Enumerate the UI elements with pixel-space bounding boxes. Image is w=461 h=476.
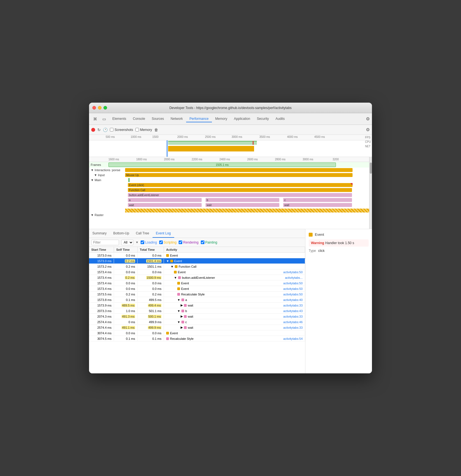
table-row[interactable]: 2574.4 ms 0 ms 499.9 ms ▼ c activitytabs…: [89, 319, 305, 325]
title-bar: Developer Tools - https://googlechrome.g…: [89, 103, 372, 113]
wait-icon: [184, 315, 187, 318]
activity-link[interactable]: activitytabs:54: [283, 337, 303, 340]
cell-total: 0.2 ms: [138, 292, 164, 297]
tab-event-log[interactable]: Event Log: [153, 229, 174, 238]
function-call-row[interactable]: Function Call: [89, 188, 372, 193]
table-row[interactable]: 3074.4 ms 0.0 ms 0.0 ms Event: [89, 330, 305, 336]
record-button[interactable]: [91, 128, 95, 132]
activity-link[interactable]: activitytabs:33: [283, 315, 303, 318]
activity-link[interactable]: activitytabs:50: [283, 282, 303, 285]
filter-all-select[interactable]: All: [121, 240, 133, 245]
settings-icon[interactable]: ⚙: [366, 116, 370, 121]
activity-link[interactable]: activitytabs:46: [283, 320, 303, 324]
mini-chart-area[interactable]: [89, 140, 372, 157]
selection-marker: [167, 140, 168, 157]
table-row[interactable]: 3074.5 ms 0.1 ms 0.1 ms Recalculate Styl…: [89, 336, 305, 341]
rendering-filter[interactable]: Rendering: [179, 240, 198, 244]
table-row[interactable]: 1573.2 ms 0.2 ms 1501.1 ms ▼ Function Ca…: [89, 264, 305, 269]
cell-activity: ▼ b activitytabs:43: [164, 309, 305, 313]
table-row[interactable]: 1573.4 ms 0.0 ms 0.0 ms Event activityta…: [89, 269, 305, 275]
filter-checkboxes: Loading Scripting Rendering Painting: [141, 240, 217, 244]
activity-link[interactable]: activitytabs:33: [283, 326, 303, 329]
cell-self: 0.2 ms: [114, 259, 138, 263]
ruler-4500ms: 4500 ms: [314, 135, 325, 138]
refresh-button[interactable]: ↻: [97, 128, 101, 132]
clear-button[interactable]: 🕐: [103, 128, 108, 132]
activity-label: Event: [178, 270, 186, 274]
ruler-2000ms: 2000 ms: [177, 135, 188, 138]
vertical-scrollbar[interactable]: [369, 157, 372, 229]
activity-link[interactable]: activitytabs:50: [283, 270, 303, 274]
table-row-selected[interactable]: 1573.0 ms 0.2 ms 1501.4 ms ▼ Event: [89, 258, 305, 264]
event-log-panel: Summary Bottom-Up Call Tree Event Log Al…: [89, 229, 305, 373]
loading-checkbox[interactable]: [141, 240, 144, 244]
table-row[interactable]: 2073.3 ms 1.0 ms 501.1 ms ▼ b activityta…: [89, 308, 305, 314]
table-row[interactable]: 2574.4 ms 491.1 ms 499.9 ms ▶ wait activ…: [89, 325, 305, 330]
tab-application[interactable]: Application: [231, 116, 254, 122]
table-row[interactable]: 1573.8 ms 0.1 ms 499.5 ms ▼ a activityta…: [89, 297, 305, 303]
tab-security[interactable]: Security: [254, 116, 272, 122]
table-row[interactable]: 1573.4 ms 0.0 ms 0.0 ms Event activityta…: [89, 280, 305, 286]
flame-chart-area[interactable]: 1600 ms 1800 ms 2000 ms 2200 ms 2400 ms …: [89, 157, 372, 229]
scripting-checkbox[interactable]: [159, 240, 163, 244]
table-row[interactable]: 1573.4 ms 0.2 ms 1500.9 ms ▼ button.addE…: [89, 275, 305, 280]
loading-filter[interactable]: Loading: [141, 240, 157, 244]
event-click-row[interactable]: Event (click): [89, 183, 372, 188]
tab-console[interactable]: Console: [130, 116, 148, 122]
scrollbar-thumb[interactable]: [370, 163, 372, 174]
maximize-button[interactable]: [103, 106, 107, 110]
tab-performance[interactable]: Performance: [186, 116, 212, 122]
tab-memory[interactable]: Memory: [212, 116, 231, 122]
memory-checkbox[interactable]: [135, 128, 139, 131]
cell-total: 0.0 ms: [138, 281, 164, 285]
rendering-checkbox[interactable]: [179, 240, 182, 244]
tab-bottom-up[interactable]: Bottom-Up: [110, 229, 132, 238]
tab-audits[interactable]: Audits: [272, 116, 288, 122]
minimize-button[interactable]: [98, 106, 102, 110]
cell-total: 0.0 ms: [138, 270, 164, 274]
trash-icon[interactable]: 🗑: [154, 128, 158, 132]
table-row[interactable]: 1573.9 ms 489.5 ms 499.4 ms ▶ wait activ…: [89, 303, 305, 308]
activity-link[interactable]: activitytabs...: [285, 276, 303, 279]
data-table[interactable]: Start Time Self Time Total Time Activity…: [89, 247, 305, 373]
activity-link[interactable]: activitytabs:33: [283, 304, 303, 307]
cell-start: 2073.3 ms: [89, 309, 114, 313]
filter-input[interactable]: [91, 240, 119, 245]
col-start-time: Start Time: [89, 247, 114, 252]
tab-summary[interactable]: Summary: [89, 229, 110, 238]
close-button[interactable]: [92, 106, 96, 110]
table-row[interactable]: 1573.5 ms 0.2 ms 0.2 ms Recalculate Styl…: [89, 292, 305, 297]
cell-activity: Event: [164, 253, 305, 258]
activity-link[interactable]: activitytabs:50: [283, 293, 303, 296]
screenshots-checkbox[interactable]: [110, 128, 113, 131]
device-icon[interactable]: ▭: [100, 115, 108, 123]
tab-sources[interactable]: Sources: [148, 116, 167, 122]
activity-link[interactable]: activitytabs:50: [283, 287, 303, 290]
cell-self: 0.0 ms: [114, 287, 138, 291]
table-row[interactable]: 2074.3 ms 491.3 ms 500.1 ms ▶ wait activ…: [89, 314, 305, 319]
activity-link[interactable]: activitytabs:43: [283, 309, 303, 313]
button-addeventlistener-row[interactable]: button.addEventListener: [89, 193, 372, 198]
table-row[interactable]: 1573.4 ms 0.0 ms 0.0 ms Event activityta…: [89, 286, 305, 292]
table-row[interactable]: 1573.0 ms 0.0 ms 0.0 ms Event: [89, 253, 305, 258]
input-row: ▼ Input Mouse Up: [89, 173, 372, 178]
rec-settings-icon[interactable]: ⚙: [366, 127, 370, 132]
abc-row[interactable]: a b c: [89, 198, 372, 202]
wait-row[interactable]: wait wait wait: [89, 202, 372, 207]
tab-bar: Elements Console Sources Network Perform…: [109, 116, 288, 122]
painting-checkbox[interactable]: [201, 240, 204, 244]
activity-link[interactable]: activitytabs:40: [283, 298, 303, 302]
tab-elements[interactable]: Elements: [109, 116, 130, 122]
painting-filter[interactable]: Painting: [201, 240, 217, 244]
cell-activity: ▶ wait activitytabs:33: [164, 325, 305, 330]
tab-call-tree[interactable]: Call Tree: [133, 229, 153, 238]
cursor-icon[interactable]: ⌘: [91, 115, 99, 123]
ruler-3500ms: 3500 ms: [259, 135, 270, 138]
timeline-overview[interactable]: 500 ms 1000 ms 1500 2000 ms 2500 ms 3000…: [89, 135, 372, 157]
scripting-filter[interactable]: Scripting: [159, 240, 177, 244]
cell-self: 0 ms: [114, 320, 138, 324]
c-bar: c: [283, 198, 352, 202]
bottom-panel: Summary Bottom-Up Call Tree Event Log Al…: [89, 229, 372, 373]
expand-arrow: ▼: [177, 309, 180, 313]
tab-network[interactable]: Network: [167, 116, 186, 122]
